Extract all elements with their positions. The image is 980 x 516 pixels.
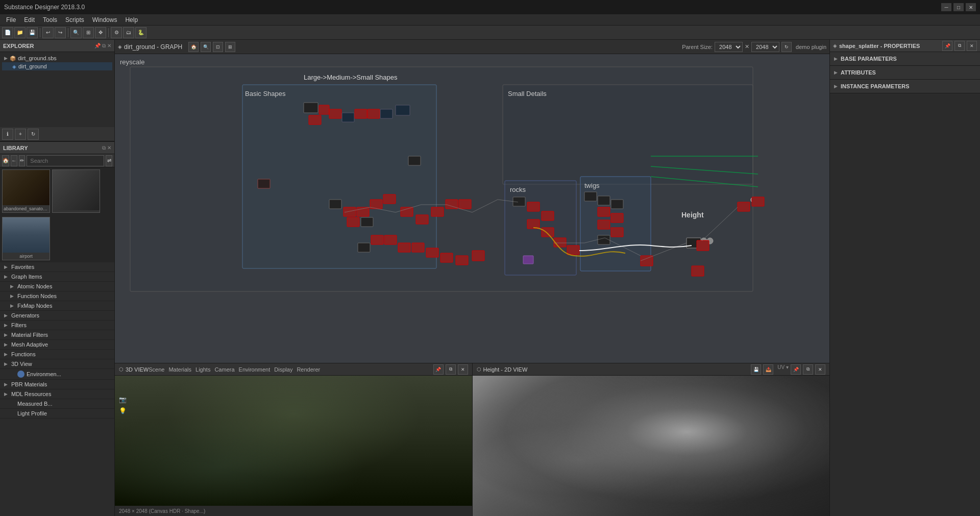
lib-tree-filters[interactable]: ▶ Filters (0, 321, 114, 330)
menu-edit[interactable]: Edit (20, 14, 39, 26)
lib-tree-generators[interactable]: ▶ Generators (0, 311, 114, 321)
view-3d-materials[interactable]: Materials (168, 366, 191, 373)
graph-tb-zoom[interactable]: 🔍 (201, 42, 211, 52)
output-size-select[interactable]: 20481024512 (751, 42, 779, 52)
explorer-tb-add[interactable]: + (15, 129, 26, 140)
thumb-item-1[interactable] (52, 169, 100, 213)
svg-rect-54 (752, 197, 764, 206)
props-close[interactable]: ✕ (967, 41, 977, 51)
lib-tree-favorites[interactable]: ▶ Favorites (0, 262, 114, 272)
lib-tree-arrow-generators: ▶ (4, 313, 9, 318)
thumb-item-2[interactable]: airport (2, 217, 50, 260)
explorer-tb-refresh[interactable]: ↻ (28, 129, 39, 140)
menu-windows[interactable]: Windows (88, 14, 121, 26)
lib-tree-atomic-nodes[interactable]: ▶ Atomic Nodes (0, 282, 114, 291)
lib-tree-label-measured: Measured B... (17, 401, 52, 407)
explorer-tb-info[interactable]: ℹ (2, 129, 13, 140)
explorer-pin-icon[interactable]: 📌 (94, 43, 101, 49)
view-3d-content[interactable]: 📷 💡 (115, 376, 472, 506)
tb-new[interactable]: 📄 (2, 27, 13, 38)
lib-tree-pbr-materials[interactable]: ▶ PBR Materials (0, 380, 114, 389)
lib-tree-light-profile[interactable]: Light Profile (0, 409, 114, 419)
titlebar: Substance Designer 2018.3.0 ─ □ ✕ (0, 0, 980, 14)
graph-tb-grid[interactable]: ⊞ (225, 42, 235, 52)
lib-tree-mesh-adaptive[interactable]: ▶ Mesh Adaptive (0, 340, 114, 350)
tb-redo[interactable]: ↪ (55, 27, 66, 38)
explorer-item-sbs[interactable]: ▶ 📦 dirt_ground.sbs (2, 54, 112, 62)
menu-scripts[interactable]: Scripts (61, 14, 88, 26)
lib-tree-fxmap-nodes[interactable]: ▶ FxMap Nodes (0, 301, 114, 311)
prop-attrs-header[interactable]: ▶ ATTRIBUTES (830, 66, 980, 79)
view-3d-camera[interactable]: Camera (214, 366, 234, 373)
menu-tools[interactable]: Tools (39, 14, 61, 26)
view-2d-float[interactable]: ⧉ (803, 364, 813, 375)
lib-tree-function-nodes[interactable]: ▶ Function Nodes (0, 291, 114, 301)
tb-move[interactable]: ✥ (95, 27, 106, 38)
tb-open[interactable]: 📁 (14, 27, 26, 38)
lib-tb-back[interactable]: ← (11, 155, 17, 166)
props-float[interactable]: ⧉ (954, 41, 965, 51)
view-3d-display[interactable]: Display (274, 366, 292, 373)
view-3d-float[interactable]: ⧉ (446, 364, 456, 375)
graph-tb-fit[interactable]: ⊡ (213, 42, 223, 52)
tb-undo[interactable]: ↩ (42, 27, 54, 38)
view-3d-icon: ⬡ (119, 366, 124, 372)
maximize-button[interactable]: □ (953, 3, 964, 11)
lib-tb-edit[interactable]: ✏ (19, 155, 26, 166)
lib-tb-search-btn[interactable]: ⇌ (106, 155, 112, 166)
heightmap-display (473, 376, 830, 516)
prop-section-attributes: ▶ ATTRIBUTES (830, 66, 980, 80)
lib-tb-home[interactable]: 🏠 (2, 155, 9, 166)
lib-tree-measured[interactable]: Measured B... (0, 399, 114, 409)
view-3d-close[interactable]: ✕ (458, 364, 468, 375)
lib-tree-material-filters[interactable]: ▶ Material Filters (0, 330, 114, 340)
thumb-item-0[interactable]: abandoned_sanatori... (2, 169, 50, 213)
view-3d-renderer[interactable]: Renderer (297, 366, 320, 373)
graph-tb-refresh[interactable]: ↻ (781, 42, 792, 52)
prop-base-header[interactable]: ▶ BASE PARAMETERS (830, 52, 980, 65)
svg-rect-47 (641, 256, 653, 266)
explorer-float-icon[interactable]: ⧉ (102, 43, 106, 49)
lib-tree-3dview[interactable]: ▶ 3D View (0, 359, 114, 369)
lib-tree-environment[interactable]: Environmen... (0, 369, 114, 380)
view-3d-scene[interactable]: Scene (149, 366, 164, 373)
view-3d-environment[interactable]: Environment (239, 366, 271, 373)
prop-instance-header[interactable]: ▶ INSTANCE PARAMETERS (830, 80, 980, 93)
lib-tree-graph-items[interactable]: ▶ Graph Items (0, 272, 114, 282)
menu-file[interactable]: File (2, 14, 20, 26)
parent-size-select[interactable]: 20481024512 (715, 42, 743, 52)
view-3d-status-text: 2048 × 2048 (Canvas HDR · Shape...) (119, 508, 205, 514)
menu-help[interactable]: Help (121, 14, 142, 26)
library-pane-icons: ⧉ ✕ (102, 145, 111, 151)
close-button[interactable]: ✕ (966, 3, 976, 11)
props-pin[interactable]: 📌 (942, 41, 952, 51)
lib-tree-mdl-resources[interactable]: ▶ MDL Resources (0, 389, 114, 399)
tb-python[interactable]: 🐍 (135, 27, 146, 38)
view-2d-export-icon[interactable]: 📤 (763, 364, 773, 375)
view-2d-close[interactable]: ✕ (815, 364, 825, 375)
basic-shapes-label: Basic Shapes (245, 90, 286, 97)
tb-explore[interactable]: 🗂 (123, 27, 134, 38)
graph-view[interactable]: reyscale Large->Medium->Small Shapes Bas… (115, 54, 829, 363)
lib-tree-label-pbr: PBR Materials (11, 381, 47, 387)
svg-rect-39 (584, 192, 597, 201)
graph-tb-home[interactable]: 🏠 (188, 42, 199, 52)
search-input[interactable] (27, 155, 104, 166)
svg-rect-16 (347, 217, 359, 227)
tb-cook[interactable]: ⚙ (111, 27, 122, 38)
explorer-close-icon[interactable]: ✕ (107, 43, 111, 49)
view-2d-save-icon[interactable]: 💾 (751, 364, 761, 375)
tb-save[interactable]: 💾 (27, 27, 38, 38)
graph-panel-icon: ◈ (118, 44, 122, 50)
tb-view[interactable]: 🔍 (70, 27, 82, 38)
view-3d-pin[interactable]: 📌 (433, 364, 444, 375)
minimize-button[interactable]: ─ (941, 3, 951, 11)
explorer-item-graph[interactable]: ◈ dirt_ground (2, 62, 112, 70)
view-3d-lights[interactable]: Lights (195, 366, 210, 373)
library-close-icon[interactable]: ✕ (107, 145, 111, 151)
view-2d-pin[interactable]: 📌 (791, 364, 801, 375)
view-2d-content[interactable] (473, 376, 830, 516)
lib-tree-functions[interactable]: ▶ Functions (0, 350, 114, 359)
library-float-icon[interactable]: ⧉ (102, 145, 106, 151)
tb-snap[interactable]: ⊞ (83, 27, 94, 38)
